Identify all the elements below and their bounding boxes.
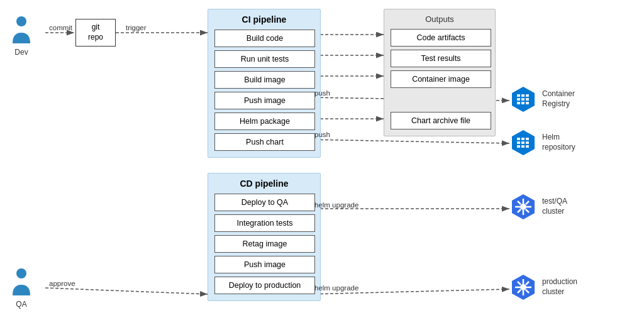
helm-repo-label: Helmrepository xyxy=(542,133,575,152)
dev-label: Dev xyxy=(14,48,28,57)
commit-label: commit xyxy=(49,24,72,31)
qa-label: QA xyxy=(16,300,26,309)
svg-rect-32 xyxy=(521,145,525,148)
svg-rect-22 xyxy=(521,102,525,104)
cd-step-4: Deploy to production xyxy=(214,277,315,294)
helm-repo-icon xyxy=(509,129,537,157)
output-4: Chart archive file xyxy=(391,112,491,129)
qa-icon xyxy=(10,267,33,299)
cd-step-0: Deploy to QA xyxy=(214,194,315,211)
svg-rect-29 xyxy=(521,141,525,144)
svg-rect-25 xyxy=(517,138,520,140)
svg-rect-19 xyxy=(521,98,525,101)
ci-step-4: Helm package xyxy=(214,113,315,130)
dev-person: Dev xyxy=(10,15,33,57)
cd-pipeline-title: CD pipeline xyxy=(214,179,314,189)
svg-line-11 xyxy=(45,288,208,294)
prod-cluster-label: productioncluster xyxy=(542,277,577,297)
ci-pipeline-title: CI pipeline xyxy=(214,14,314,25)
svg-rect-30 xyxy=(526,141,529,144)
svg-rect-31 xyxy=(517,145,520,148)
approve-label: approve xyxy=(49,280,75,287)
svg-point-46 xyxy=(520,284,526,290)
helm-upgrade-2-label: helm upgrade xyxy=(314,284,358,292)
output-2: Container image xyxy=(391,70,491,88)
cd-step-1: Integration tests xyxy=(214,214,315,232)
helm-repo-group: Helmrepository xyxy=(509,129,575,157)
svg-rect-18 xyxy=(517,98,520,101)
cd-step-2: Retag image xyxy=(214,235,315,253)
svg-rect-33 xyxy=(526,145,529,148)
push-label-1: push xyxy=(314,89,330,97)
trigger-label: trigger xyxy=(126,24,147,31)
outputs-panel: Outputs Code artifacts Test results Cont… xyxy=(384,9,496,136)
helm-upgrade-1-label: helm upgrade xyxy=(314,201,358,209)
svg-point-44 xyxy=(16,268,26,278)
svg-rect-28 xyxy=(517,141,520,144)
svg-rect-17 xyxy=(526,94,529,97)
output-0: Code artifacts xyxy=(391,29,491,47)
outputs-title: Outputs xyxy=(391,14,489,24)
ci-step-5: Push chart xyxy=(214,133,315,151)
svg-line-9 xyxy=(310,140,509,143)
svg-rect-23 xyxy=(526,102,529,104)
prod-cluster-icon xyxy=(509,273,537,301)
container-registry-icon xyxy=(509,85,537,113)
svg-rect-26 xyxy=(521,138,525,140)
cd-pipeline-panel: CD pipeline Deploy to QA Integration tes… xyxy=(208,173,321,301)
output-1: Test results xyxy=(391,50,491,67)
diagram: Dev commit gitrepo trigger CI pipeline B… xyxy=(0,0,644,330)
git-repo-box: gitrepo xyxy=(75,19,116,47)
git-repo-label: gitrepo xyxy=(88,23,103,42)
ci-step-1: Run unit tests xyxy=(214,50,315,68)
svg-rect-27 xyxy=(526,138,529,140)
dev-icon xyxy=(10,15,33,47)
svg-rect-20 xyxy=(526,98,529,101)
qa-cluster-label: test/QAcluster xyxy=(542,197,567,216)
qa-person: QA xyxy=(10,267,33,309)
svg-point-35 xyxy=(520,204,526,210)
svg-rect-21 xyxy=(517,102,520,104)
push-label-2: push xyxy=(314,131,330,138)
svg-rect-16 xyxy=(521,94,525,97)
prod-cluster-group: productioncluster xyxy=(509,273,577,301)
ci-pipeline-panel: CI pipeline Build code Run unit tests Bu… xyxy=(208,9,321,158)
qa-cluster-icon xyxy=(509,193,537,221)
svg-point-13 xyxy=(16,16,26,26)
ci-step-0: Build code xyxy=(214,30,315,47)
cd-step-3: Push image xyxy=(214,256,315,273)
container-registry-label: ContainerRegistry xyxy=(542,89,575,109)
container-registry-group: ContainerRegistry xyxy=(509,85,575,113)
ci-step-2: Build image xyxy=(214,71,315,89)
svg-rect-15 xyxy=(517,94,520,97)
qa-cluster-group: test/QAcluster xyxy=(509,193,567,221)
ci-step-3: Push image xyxy=(214,92,315,109)
